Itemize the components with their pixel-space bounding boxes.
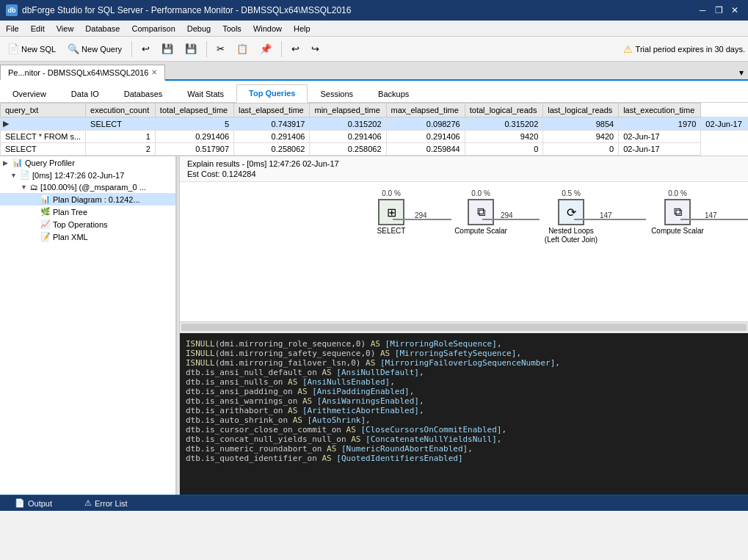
- tab-top-queries[interactable]: Top Queries: [236, 84, 308, 103]
- sql-code-area[interactable]: ISNULL(dmi.mirroring_role_sequence,0) AS…: [180, 332, 748, 495]
- col-execution-count[interactable]: execution_count: [86, 103, 156, 117]
- data-table-wrapper: query_txt execution_count total_elapsed_…: [0, 103, 748, 156]
- cell-last_execution_time: 02-Jun-17: [619, 131, 701, 143]
- col-total-elapsed[interactable]: total_elapsed_time: [155, 103, 233, 117]
- minimize-button[interactable]: ─: [695, 3, 710, 18]
- toolbar-btn-copy[interactable]: 📋: [232, 42, 253, 56]
- col-query-txt[interactable]: query_txt: [1, 103, 86, 117]
- plan-horizontal-scrollbar[interactable]: [180, 322, 748, 332]
- table-row[interactable]: SELECT * FROM s...10.2914060.2914060.291…: [1, 131, 748, 143]
- title-controls[interactable]: ─ ❐ ✕: [695, 3, 742, 18]
- status-error-list[interactable]: ⚠ Error List: [76, 497, 137, 509]
- toolbar-separator-1: [131, 41, 132, 57]
- doc-tab-close[interactable]: ✕: [151, 68, 157, 76]
- tab-data-io[interactable]: Data IO: [59, 85, 112, 102]
- menu-edit[interactable]: Edit: [25, 23, 51, 34]
- arrow-3-label: 147: [600, 211, 612, 219]
- sql-line: dtb.is_auto_shrink_on AS [AutoShrink],: [186, 415, 742, 425]
- menu-comparison[interactable]: Comparison: [126, 23, 181, 34]
- cell-total_elapsed_time: 0.291406: [155, 131, 233, 143]
- output-icon: 📄: [15, 498, 25, 508]
- cell-last_elapsed_time: 0.291406: [234, 131, 310, 143]
- cell-last_logical_reads: 0: [543, 143, 619, 156]
- error-list-icon: ⚠: [84, 498, 92, 508]
- node-select-pct: 0.0 %: [382, 189, 401, 197]
- cell-min_elapsed_time: 0.291406: [310, 131, 386, 143]
- tab-sessions[interactable]: Sessions: [308, 85, 366, 102]
- tab-wait-stats[interactable]: Wait Stats: [175, 85, 236, 102]
- toolbar-btn-4[interactable]: 💾: [157, 42, 178, 56]
- plan-diagram-area[interactable]: 0.0 % ⊞ SELECT 294 0.0 % ⧉ Compute Scala…: [180, 182, 748, 332]
- tree-item[interactable]: 🌿Plan Tree: [0, 206, 175, 218]
- tree-node-label: Top Operations: [53, 220, 108, 229]
- sql-line: dtb.is_cursor_close_on_commit_on AS [Clo…: [186, 425, 742, 434]
- table-body: ▶SELECT50.7439170.3152020.0982760.315202…: [1, 117, 748, 156]
- tree-item[interactable]: ▼📄[0ms] 12:47:26 02-Jun-17: [0, 169, 175, 181]
- error-list-label: Error List: [95, 499, 128, 508]
- restore-button[interactable]: ❐: [711, 3, 726, 18]
- doc-tab-monitor[interactable]: Pe...nitor - DBMSSQLx64\MSSQL2016 ✕: [0, 65, 165, 81]
- query-profiler-icon: 📊: [12, 158, 23, 167]
- col-last-logical[interactable]: last_logical_reads: [543, 103, 619, 117]
- tree-container: ▼📄[0ms] 12:47:26 02-Jun-17▼🗂[100.00%] (@…: [0, 169, 175, 243]
- cell-min_elapsed_time: 0.098276: [386, 117, 465, 131]
- plan-node-compute2[interactable]: 0.0 % ⧉ Compute Scalar: [648, 189, 707, 236]
- menu-view[interactable]: View: [51, 23, 80, 34]
- query-table: query_txt execution_count total_elapsed_…: [0, 103, 748, 156]
- new-sql-button[interactable]: 📄 New SQL: [3, 42, 60, 56]
- tab-overview[interactable]: Overview: [0, 85, 59, 102]
- cell-max_elapsed_time: 0.315202: [465, 117, 543, 131]
- scroll-bar-thumb[interactable]: [181, 324, 747, 331]
- menu-help[interactable]: Help: [288, 23, 316, 34]
- status-bar: 📄 Output ⚠ Error List: [0, 495, 748, 511]
- new-sql-icon: 📄: [7, 43, 19, 54]
- col-last-elapsed[interactable]: last_elapsed_time: [234, 103, 310, 117]
- doc-tab-label: Pe...nitor - DBMSSQLx64\MSSQL2016: [8, 68, 148, 77]
- toolbar-btn-cut[interactable]: ✂: [212, 42, 229, 56]
- selected-row-indicator: ▶: [1, 117, 86, 131]
- tree-node-label: Plan Tree: [53, 208, 87, 217]
- toolbar-btn-5[interactable]: 💾: [181, 42, 201, 56]
- left-panel: ▶ 📊 Query Profiler ▼📄[0ms] 12:47:26 02-J…: [0, 156, 176, 495]
- window-title: dbForge Studio for SQL Server - Performa…: [22, 5, 351, 15]
- tab-dropdown-button[interactable]: ▾: [735, 66, 748, 79]
- cell-max_elapsed_time: 0.259844: [386, 143, 465, 156]
- toolbar-btn-paste[interactable]: 📌: [255, 42, 276, 56]
- col-last-exec[interactable]: last_execution_time: [619, 103, 701, 117]
- tab-databases[interactable]: Databases: [112, 85, 175, 102]
- tree-item[interactable]: 📊Plan Diagram : 0.1242...: [0, 193, 175, 206]
- tree-item[interactable]: ▼🗂[100.00%] (@_msparam_0 ...: [0, 181, 175, 193]
- menu-database[interactable]: Database: [79, 23, 126, 34]
- node-compute1-pct: 0.0 %: [471, 189, 490, 197]
- node-select-icon: ⊞: [378, 199, 404, 225]
- menu-debug[interactable]: Debug: [181, 23, 217, 34]
- sql-line: ISNULL(dmi.mirroring_safety_sequence,0) …: [186, 349, 742, 358]
- toolbar-btn-undo[interactable]: ↩: [287, 42, 304, 56]
- table-row[interactable]: SELECT20.5179070.2580620.2580620.2598440…: [1, 143, 748, 156]
- toolbar-btn-3[interactable]: ↩: [137, 42, 154, 56]
- col-total-logical[interactable]: total_logical_reads: [465, 103, 543, 117]
- arrow-4-label: 147: [705, 211, 717, 219]
- tree-item[interactable]: 📈Top Operations: [0, 218, 175, 230]
- plan-node-select[interactable]: 0.0 % ⊞ SELECT: [362, 189, 421, 236]
- table-row[interactable]: ▶SELECT50.7439170.3152020.0982760.315202…: [1, 117, 748, 131]
- new-query-button[interactable]: 🔍 New Query: [63, 42, 126, 56]
- col-max-elapsed[interactable]: max_elapsed_time: [386, 103, 465, 117]
- menu-file[interactable]: File: [0, 23, 25, 34]
- new-sql-label: New SQL: [21, 45, 56, 54]
- cell-execution_count: 1: [86, 131, 156, 143]
- tree-node-label: [0ms] 12:47:26 02-Jun-17: [32, 171, 124, 180]
- cell-last_execution_time: 02-Jun-17: [619, 143, 701, 156]
- tab-backups[interactable]: Backups: [366, 85, 421, 102]
- tree-query-profiler[interactable]: ▶ 📊 Query Profiler: [0, 156, 175, 169]
- toolbar-btn-redo[interactable]: ↪: [307, 42, 324, 56]
- col-min-elapsed[interactable]: min_elapsed_time: [310, 103, 386, 117]
- menu-window[interactable]: Window: [247, 23, 288, 34]
- menu-tools[interactable]: Tools: [217, 23, 247, 34]
- close-button[interactable]: ✕: [727, 3, 742, 18]
- tree-item[interactable]: 📝Plan XML: [0, 230, 175, 243]
- plan-node-nested-loops[interactable]: 0.5 % ⟳ Nested Loops(Left Outer Join): [542, 189, 600, 244]
- tree-node-icon: 🗂: [30, 183, 38, 192]
- status-output[interactable]: 📄 Output: [6, 497, 61, 509]
- node-compute2-pct: 0.0 %: [668, 189, 687, 197]
